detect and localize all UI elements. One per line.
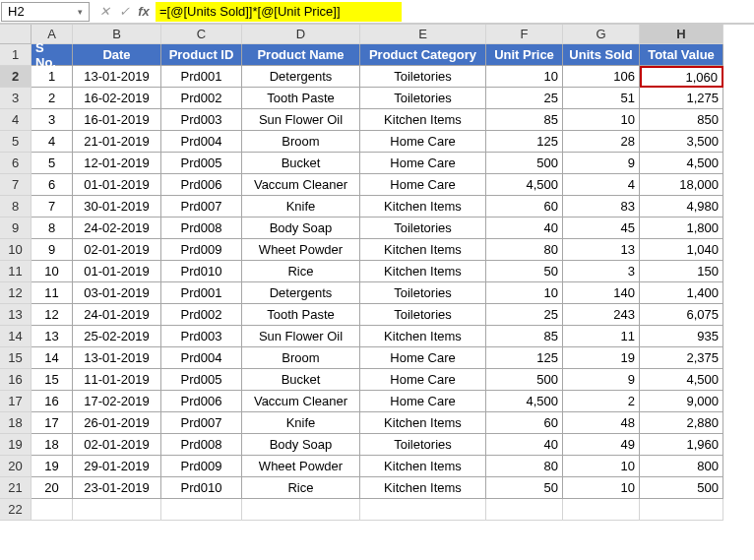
table-header[interactable]: Total Value [640,44,723,66]
cell[interactable]: 85 [486,326,563,347]
cell[interactable]: 2 [563,391,640,412]
col-header-B[interactable]: B [73,25,161,44]
cell[interactable]: 50 [486,477,563,499]
cell[interactable]: 4,500 [486,174,563,196]
accept-icon[interactable]: ✓ [115,4,133,19]
cell[interactable]: 9 [563,369,640,391]
cell[interactable]: 02-01-2019 [73,239,161,261]
cell[interactable]: 25-02-2019 [73,326,161,347]
row-header-5[interactable]: 5 [0,131,31,153]
row-header-13[interactable]: 13 [0,304,31,326]
cell[interactable]: Prd010 [161,477,242,499]
cell[interactable]: 49 [563,434,640,456]
row-header-17[interactable]: 17 [0,391,31,412]
cell[interactable]: Bucket [242,153,360,174]
cell[interactable]: Sun Flower Oil [242,326,360,347]
cell[interactable]: Toiletories [360,282,486,304]
cell-total-value[interactable]: 4,980 [640,196,723,218]
cell[interactable]: Toiletories [360,304,486,326]
cell[interactable] [563,499,640,521]
cell[interactable]: 243 [563,304,640,326]
table-header[interactable]: Date [73,44,161,66]
cell[interactable]: 30-01-2019 [73,196,161,218]
col-header-H[interactable]: H [640,25,723,44]
cell[interactable]: 19 [563,347,640,369]
cell[interactable]: Detergents [242,282,360,304]
cell[interactable]: 01-01-2019 [73,261,161,282]
cell[interactable]: 16-01-2019 [73,109,161,131]
row-header-22[interactable]: 22 [0,499,31,521]
cell[interactable]: 500 [486,153,563,174]
cell[interactable]: Vaccum Cleaner [242,391,360,412]
cell[interactable]: 6 [31,174,73,196]
cell[interactable]: Toiletories [360,434,486,456]
table-header[interactable]: Product Name [242,44,360,66]
cell[interactable]: Prd009 [161,456,242,477]
cell[interactable]: 16 [31,391,73,412]
cell[interactable] [640,499,723,521]
cell[interactable]: 4 [563,174,640,196]
row-header-14[interactable]: 14 [0,326,31,347]
cell[interactable]: 9 [563,153,640,174]
cell[interactable]: 16-02-2019 [73,88,161,109]
row-header-16[interactable]: 16 [0,369,31,391]
cell[interactable]: 10 [486,282,563,304]
cell-total-value[interactable]: 3,500 [640,131,723,153]
row-header-2[interactable]: 2 [0,66,31,88]
row-header-10[interactable]: 10 [0,239,31,261]
cell[interactable]: 24-01-2019 [73,304,161,326]
cell[interactable]: 18 [31,434,73,456]
cell[interactable]: 15 [31,369,73,391]
cell[interactable]: 10 [563,477,640,499]
cell[interactable]: 12-01-2019 [73,153,161,174]
col-header-G[interactable]: G [563,25,640,44]
cell[interactable]: Detergents [242,66,360,88]
cell[interactable]: Prd006 [161,174,242,196]
cell[interactable]: 11 [563,326,640,347]
cell[interactable]: Broom [242,131,360,153]
table-header[interactable]: Product ID [161,44,242,66]
row-header-1[interactable]: 1 [0,44,31,66]
cell[interactable]: Wheet Powder [242,456,360,477]
row-header-21[interactable]: 21 [0,477,31,499]
cell[interactable]: 83 [563,196,640,218]
cell[interactable]: 10 [486,66,563,88]
row-header-3[interactable]: 3 [0,88,31,109]
cell[interactable]: Kitchen Items [360,412,486,434]
cell-total-value[interactable]: 9,000 [640,391,723,412]
cell[interactable]: 26-01-2019 [73,412,161,434]
cell[interactable]: Home Care [360,131,486,153]
cell[interactable]: 01-01-2019 [73,174,161,196]
cell[interactable]: 20 [31,477,73,499]
cell[interactable]: 60 [486,196,563,218]
row-header-8[interactable]: 8 [0,196,31,218]
cell[interactable]: Prd004 [161,347,242,369]
cell[interactable]: 25 [486,304,563,326]
row-header-20[interactable]: 20 [0,456,31,477]
cell[interactable]: Kitchen Items [360,261,486,282]
cell[interactable]: 7 [31,196,73,218]
formula-input[interactable]: =[@[Units Sold]]*[@[Unit Price]] [156,2,402,22]
cell[interactable]: 02-01-2019 [73,434,161,456]
cell[interactable]: Prd007 [161,196,242,218]
cell-total-value[interactable]: 1,060 [640,66,723,88]
cell[interactable]: Rice [242,261,360,282]
cell[interactable]: 45 [563,218,640,239]
cell[interactable]: Wheet Powder [242,239,360,261]
cell[interactable]: 125 [486,347,563,369]
col-header-D[interactable]: D [242,25,360,44]
cell[interactable]: Home Care [360,174,486,196]
cell[interactable]: 48 [563,412,640,434]
cell[interactable]: Toiletories [360,66,486,88]
cell-total-value[interactable]: 1,960 [640,434,723,456]
cell[interactable]: Toiletories [360,88,486,109]
cell[interactable]: Prd007 [161,412,242,434]
cell[interactable]: Body Soap [242,218,360,239]
cell[interactable]: 4,500 [486,391,563,412]
cell-total-value[interactable]: 800 [640,456,723,477]
row-header-12[interactable]: 12 [0,282,31,304]
cell[interactable]: 3 [31,109,73,131]
cell[interactable]: Home Care [360,391,486,412]
cell[interactable]: Prd009 [161,239,242,261]
cell[interactable]: Prd008 [161,434,242,456]
